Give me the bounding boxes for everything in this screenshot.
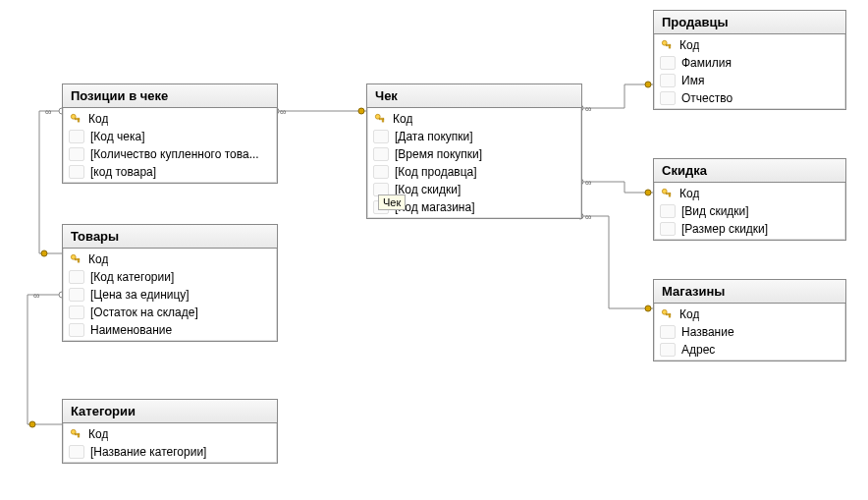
table-title[interactable]: Товары: [63, 225, 277, 249]
svg-text:∞: ∞: [45, 107, 51, 117]
table-discount[interactable]: Скидка Код[Вид скидки][Размер скидки]: [653, 158, 846, 241]
field-row[interactable]: Отчество: [654, 89, 845, 107]
field-label: [Код магазина]: [395, 200, 475, 214]
table-title[interactable]: Категории: [63, 400, 277, 423]
field-row[interactable]: [Код чека]: [63, 128, 277, 145]
field-row[interactable]: Название: [654, 323, 845, 341]
field-icon: [69, 130, 84, 143]
key-icon: [69, 427, 82, 441]
field-icon: [69, 165, 84, 179]
svg-rect-23: [78, 260, 80, 262]
field-row[interactable]: [Название категории]: [63, 443, 277, 461]
field-row[interactable]: [Цена за единицу]: [63, 286, 277, 304]
table-fields: Код[Название категории]: [63, 423, 277, 463]
field-label: [Название категории]: [90, 445, 206, 459]
table-title[interactable]: Позиции в чеке: [63, 84, 277, 108]
field-row[interactable]: Код: [654, 185, 845, 202]
field-label: [Остаток на складе]: [90, 306, 198, 319]
field-icon: [660, 204, 676, 218]
field-icon: [660, 74, 676, 87]
key-icon: [69, 112, 82, 126]
field-label: Наименование: [90, 323, 172, 337]
field-label: [код товара]: [90, 165, 156, 179]
field-row[interactable]: Имя: [654, 72, 845, 89]
svg-rect-35: [669, 194, 671, 196]
field-row[interactable]: Код: [63, 110, 277, 128]
field-row[interactable]: Код: [654, 306, 845, 323]
field-icon: [660, 91, 676, 105]
svg-point-4: [41, 250, 47, 256]
field-icon: [69, 323, 84, 337]
field-label: [Код чека]: [90, 130, 145, 143]
key-icon: [660, 307, 674, 321]
field-row[interactable]: Код: [367, 110, 581, 128]
svg-rect-20: [78, 120, 80, 122]
field-label: Код: [88, 427, 108, 441]
field-label: Код: [88, 252, 108, 266]
table-sellers[interactable]: Продавцы КодФамилияИмяОтчество: [653, 10, 846, 110]
table-fields: Код[Вид скидки][Размер скидки]: [654, 183, 845, 240]
field-row[interactable]: [Размер скидки]: [654, 220, 845, 238]
svg-rect-26: [78, 435, 80, 437]
field-row[interactable]: Код: [63, 425, 277, 443]
field-label: [Код категории]: [90, 270, 174, 284]
field-icon: [660, 222, 676, 236]
svg-point-16: [645, 306, 651, 311]
field-label: [Вид скидки]: [681, 204, 749, 218]
rel-positions-cheque: ∞: [273, 107, 366, 117]
field-label: Имя: [681, 74, 704, 87]
svg-text:∞: ∞: [585, 212, 591, 222]
field-row[interactable]: Код: [654, 36, 845, 54]
table-fields: КодНазваниеАдрес: [654, 304, 845, 361]
table-fields: Код[Код чека][Количество купленного това…: [63, 108, 277, 183]
rel-cheque-shops: ∞: [577, 212, 653, 311]
table-categories[interactable]: Категории Код[Название категории]: [62, 399, 278, 464]
field-label: Код: [679, 307, 699, 321]
key-icon: [373, 112, 387, 126]
field-row[interactable]: Наименование: [63, 321, 277, 339]
field-row[interactable]: [код товара]: [63, 163, 277, 181]
field-label: Фамилия: [681, 56, 732, 70]
svg-rect-29: [382, 120, 384, 122]
table-title[interactable]: Чек: [367, 84, 581, 108]
field-row[interactable]: Адрес: [654, 341, 845, 359]
field-row[interactable]: [Остаток на складе]: [63, 304, 277, 321]
field-row[interactable]: [Код продавца]: [367, 163, 581, 181]
field-row[interactable]: [Код категории]: [63, 268, 277, 286]
field-label: Код: [88, 112, 108, 126]
field-label: Название: [681, 325, 734, 339]
table-fields: КодФамилияИмяОтчество: [654, 34, 845, 109]
svg-point-13: [645, 190, 651, 195]
table-fields: Код[Код категории][Цена за единицу][Оста…: [63, 249, 277, 341]
table-title[interactable]: Скидка: [654, 159, 845, 183]
svg-rect-38: [669, 315, 671, 317]
field-row[interactable]: Фамилия: [654, 54, 845, 72]
svg-point-1: [358, 108, 364, 114]
svg-point-7: [29, 421, 35, 427]
key-icon: [660, 38, 674, 52]
table-goods[interactable]: Товары Код[Код категории][Цена за единиц…: [62, 224, 278, 342]
rel-goods-categories: ∞: [27, 291, 65, 427]
field-row[interactable]: Код: [63, 250, 277, 268]
table-title[interactable]: Продавцы: [654, 11, 845, 34]
field-label: Отчество: [681, 91, 732, 105]
rel-cheque-discount: ∞: [577, 178, 653, 195]
rel-cheque-sellers: ∞: [577, 82, 653, 114]
field-row[interactable]: [Количество купленного това...: [63, 145, 277, 163]
field-icon: [69, 445, 84, 459]
field-icon: [69, 147, 84, 161]
field-label: [Размер скидки]: [681, 222, 768, 236]
field-label: [Цена за единицу]: [90, 288, 190, 302]
field-row[interactable]: [Вид скидки]: [654, 202, 845, 220]
key-icon: [660, 187, 674, 200]
table-title[interactable]: Магазины: [654, 280, 845, 304]
field-label: [Дата покупки]: [395, 130, 473, 143]
field-label: [Код продавца]: [395, 165, 477, 179]
table-positions[interactable]: Позиции в чеке Код[Код чека][Количество …: [62, 83, 278, 184]
field-row[interactable]: [Дата покупки]: [367, 128, 581, 145]
table-shops[interactable]: Магазины КодНазваниеАдрес: [653, 279, 846, 361]
field-icon: [373, 130, 389, 143]
field-icon: [373, 147, 389, 161]
field-row[interactable]: [Время покупки]: [367, 145, 581, 163]
field-label: Код: [679, 187, 699, 200]
